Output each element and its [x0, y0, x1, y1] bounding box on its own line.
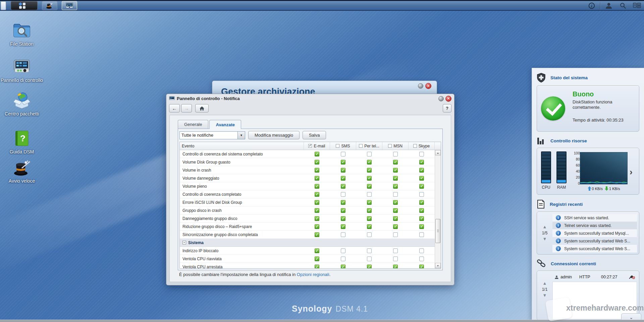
- notify-checkbox[interactable]: [315, 265, 319, 269]
- notify-checkbox[interactable]: [367, 265, 372, 269]
- notify-checkbox[interactable]: [419, 248, 424, 253]
- desktop-icon-package-center[interactable]: Centro pacchetti: [0, 91, 44, 117]
- notify-checkbox[interactable]: [367, 248, 372, 253]
- pager-down-icon[interactable]: ▼: [543, 294, 547, 297]
- notify-checkbox[interactable]: [315, 184, 319, 189]
- help-button[interactable]: ?: [443, 104, 451, 112]
- notify-checkbox[interactable]: [341, 184, 345, 189]
- chevron-down-icon[interactable]: ▼: [237, 132, 245, 139]
- scroll-down-icon[interactable]: ▼: [435, 263, 441, 268]
- notify-checkbox[interactable]: [341, 152, 345, 156]
- connections-panel[interactable]: ▲ 1/1 ▼ admin HTTP 00:27:27: [537, 271, 639, 320]
- notify-checkbox[interactable]: [367, 176, 372, 181]
- close-icon[interactable]: ✕: [445, 96, 451, 102]
- notify-checkbox[interactable]: [315, 248, 319, 253]
- notify-checkbox[interactable]: [419, 184, 424, 189]
- table-row[interactable]: Volume Disk Group guasto: [180, 158, 435, 166]
- tab-generale[interactable]: Generale: [178, 120, 208, 129]
- column-header-pertel[interactable]: Per tel...: [356, 142, 382, 150]
- column-checkbox[interactable]: [413, 144, 417, 148]
- notify-checkbox[interactable]: [419, 168, 424, 173]
- table-row[interactable]: Danneggiamento gruppo disco: [180, 215, 435, 223]
- log-entry[interactable]: iSystem successfully started Web S...: [552, 237, 637, 245]
- notify-checkbox[interactable]: [419, 232, 424, 237]
- notify-checkbox[interactable]: [315, 160, 319, 165]
- recent-logs-panel[interactable]: ▲ 1/5 ▼ iSSH service was started.iTelnet…: [537, 212, 639, 255]
- notify-checkbox[interactable]: [393, 184, 398, 189]
- notify-checkbox[interactable]: [315, 192, 319, 197]
- notify-checkbox[interactable]: [393, 265, 398, 269]
- notify-checkbox[interactable]: [367, 208, 372, 213]
- column-header-email[interactable]: E-mail: [304, 142, 330, 150]
- notify-checkbox[interactable]: [315, 257, 319, 261]
- notify-checkbox[interactable]: [367, 152, 372, 156]
- table-row[interactable]: Sincronizzazione gruppo disco completata: [180, 231, 435, 239]
- notify-checkbox[interactable]: [341, 176, 345, 181]
- column-header-sms[interactable]: SMS: [330, 142, 356, 150]
- notify-checkbox[interactable]: [341, 192, 345, 197]
- column-checkbox[interactable]: [359, 144, 363, 148]
- taskbar-control-panel-button[interactable]: [62, 1, 77, 10]
- notify-checkbox[interactable]: [393, 152, 398, 156]
- table-row[interactable]: Indirizzo IP bloccato: [180, 247, 435, 255]
- edit-message-button[interactable]: Modifica messaggio: [248, 131, 300, 139]
- desktop-icon-quick-start[interactable]: Avvio veloce: [0, 158, 44, 184]
- notify-checkbox[interactable]: [367, 192, 372, 197]
- notify-checkbox[interactable]: [393, 208, 398, 213]
- table-row[interactable]: Volume in crash: [180, 166, 435, 174]
- notify-checkbox[interactable]: [393, 200, 398, 205]
- system-status-panel[interactable]: Buono DiskStation funziona correttamente…: [537, 85, 639, 132]
- column-checkbox[interactable]: [336, 144, 339, 148]
- scrollbar-thumb[interactable]: [435, 219, 440, 243]
- notify-checkbox[interactable]: [393, 216, 398, 221]
- notify-checkbox[interactable]: [393, 232, 398, 237]
- pager-up-icon[interactable]: ▲: [543, 225, 547, 229]
- column-header-skype[interactable]: Skype: [409, 142, 435, 150]
- forward-button[interactable]: →: [181, 104, 192, 112]
- notify-checkbox[interactable]: [315, 216, 319, 221]
- notify-checkbox[interactable]: [419, 176, 424, 181]
- notify-checkbox[interactable]: [419, 257, 424, 261]
- notify-checkbox[interactable]: [393, 257, 398, 261]
- user-menu-button[interactable]: [602, 1, 616, 10]
- table-row[interactable]: Controllo di coerenza completato: [180, 190, 435, 198]
- notify-checkbox[interactable]: [419, 192, 424, 197]
- table-row[interactable]: Ventola CPU riavviata: [180, 255, 435, 263]
- notify-checkbox[interactable]: [367, 200, 372, 205]
- table-scrollbar[interactable]: ▲ ▼: [435, 150, 441, 268]
- notify-checkbox[interactable]: [419, 224, 424, 229]
- notify-checkbox[interactable]: [315, 224, 319, 229]
- log-entry[interactable]: iSSH service was started.: [552, 214, 637, 222]
- notify-checkbox[interactable]: [315, 176, 319, 181]
- column-header-evento[interactable]: Evento: [180, 142, 304, 150]
- tab-avanzate[interactable]: Avanzate: [209, 120, 241, 129]
- home-button[interactable]: [195, 104, 209, 112]
- notify-checkbox[interactable]: [419, 200, 424, 205]
- regional-options-link[interactable]: Opzioni regionali: [297, 272, 329, 277]
- notify-checkbox[interactable]: [341, 248, 345, 253]
- log-entry[interactable]: iSystem successfully started Web S...: [552, 245, 637, 252]
- connection-row[interactable]: admin HTTP 00:27:27: [552, 273, 637, 281]
- notify-checkbox[interactable]: [315, 208, 319, 213]
- notify-checkbox[interactable]: [393, 248, 398, 253]
- notify-checkbox[interactable]: [393, 192, 398, 197]
- pager-up-icon[interactable]: ▲: [543, 282, 547, 285]
- search-button[interactable]: [616, 1, 630, 10]
- table-section-row[interactable]: −Sistema: [180, 239, 435, 247]
- show-desktop-button[interactable]: [1, 1, 6, 10]
- close-icon[interactable]: ✕: [425, 83, 431, 89]
- disconnect-icon[interactable]: [629, 275, 635, 279]
- notify-checkbox[interactable]: [341, 224, 345, 229]
- taskbar-quick-start-button[interactable]: [42, 1, 57, 10]
- dialog-titlebar[interactable]: Pannello di controllo - Notifica ✕: [166, 94, 454, 103]
- back-button[interactable]: ←: [169, 104, 180, 112]
- notify-checkbox[interactable]: [315, 152, 319, 156]
- notify-checkbox[interactable]: [419, 208, 424, 213]
- table-row[interactable]: Controllo di coerenza del sistema comple…: [180, 150, 435, 158]
- notify-checkbox[interactable]: [367, 160, 372, 165]
- desktop-icon-dsm-help[interactable]: ?Guida DSM: [0, 129, 44, 154]
- notify-checkbox[interactable]: [393, 224, 398, 229]
- pilot-info-button[interactable]: i: [585, 1, 599, 10]
- notify-checkbox[interactable]: [419, 152, 424, 156]
- column-checkbox[interactable]: [308, 144, 312, 148]
